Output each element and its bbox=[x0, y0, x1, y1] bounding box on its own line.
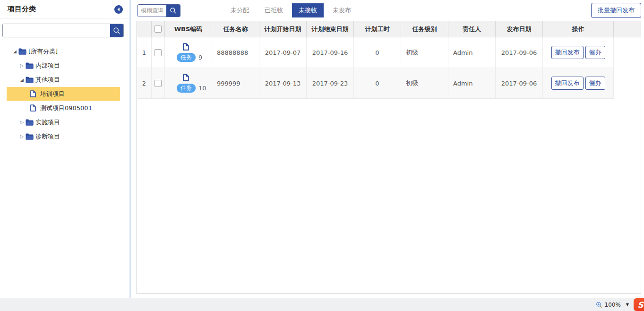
withdraw-publish-button[interactable]: 撤回发布 bbox=[551, 77, 584, 90]
row-checkbox[interactable] bbox=[155, 49, 162, 56]
folder-icon bbox=[18, 48, 27, 55]
task-badge: 任务 bbox=[177, 84, 196, 93]
task-grid: WBS编码 任务名称 计划开始日期 计划结束日期 计划工时 任务级别 责任人 发… bbox=[137, 21, 641, 294]
search-icon bbox=[170, 7, 177, 14]
toolbar: 未分配 已拒收 未接收 未发布 批量撤回发布 bbox=[131, 0, 644, 21]
tab-unassigned[interactable]: 未分配 bbox=[224, 3, 256, 17]
file-icon bbox=[30, 104, 39, 112]
tree-item-label: 培训项目 bbox=[40, 90, 65, 98]
search-icon bbox=[113, 27, 120, 35]
task-badge: 任务 bbox=[177, 53, 196, 62]
header-owner: 责任人 bbox=[448, 21, 496, 37]
folder-icon bbox=[26, 133, 34, 140]
header-actions: 操作 bbox=[543, 21, 614, 37]
tree-item-label: 测试项目0905001 bbox=[40, 104, 92, 112]
header-plan-start-date: 计划开始日期 bbox=[259, 21, 307, 37]
folder-icon bbox=[26, 77, 34, 83]
owner-cell: Admin bbox=[448, 68, 496, 98]
magnifier-plus-icon bbox=[596, 302, 602, 308]
grid-header-row: WBS编码 任务名称 计划开始日期 计划结束日期 计划工时 任务级别 责任人 发… bbox=[137, 21, 641, 37]
task-name-cell: 999999 bbox=[212, 68, 259, 98]
tree-item-implementation-projects[interactable]: ▷ 实施项目 bbox=[7, 115, 120, 129]
folder-icon bbox=[26, 62, 34, 69]
plan-start-cell: 2017-09-07 bbox=[259, 37, 307, 68]
fuzzy-search-button[interactable] bbox=[166, 5, 180, 17]
urge-button[interactable]: 催办 bbox=[585, 46, 605, 59]
tab-rejected[interactable]: 已拒收 bbox=[258, 3, 290, 17]
row-checkbox[interactable] bbox=[155, 80, 162, 87]
tree-item-test-project[interactable]: 测试项目0905001 bbox=[7, 101, 120, 115]
withdraw-publish-button[interactable]: 撤回发布 bbox=[551, 46, 584, 59]
header-checkbox-cell bbox=[152, 21, 165, 37]
sidebar-search-button[interactable] bbox=[110, 24, 123, 37]
chevron-left-icon bbox=[117, 8, 120, 11]
owner-cell: Admin bbox=[448, 37, 496, 68]
wbs-number: 10 bbox=[198, 85, 206, 92]
wbs-code-cell: 任务 9 bbox=[165, 37, 212, 68]
tree-collapsed-arrow-icon[interactable]: ▷ bbox=[18, 134, 26, 139]
table-row: 1 任务 9 88888888 2017 bbox=[137, 37, 614, 68]
plan-start-cell: 2017-09-13 bbox=[259, 68, 307, 98]
chevron-down-icon[interactable]: ▼ bbox=[626, 302, 629, 307]
sidebar-collapse-button[interactable] bbox=[114, 5, 123, 14]
header-filler bbox=[614, 21, 641, 37]
batch-withdraw-publish-button[interactable]: 批量撤回发布 bbox=[591, 3, 641, 18]
fuzzy-search-input[interactable] bbox=[138, 5, 166, 17]
tree-collapsed-arrow-icon[interactable]: ▷ bbox=[18, 63, 26, 68]
tree-item-label: 诊断项目 bbox=[35, 132, 60, 141]
header-wbs-code: WBS编码 bbox=[165, 21, 212, 37]
task-name-cell: 88888888 bbox=[212, 37, 259, 68]
file-icon bbox=[183, 43, 189, 52]
actions-cell: 撤回发布 催办 bbox=[543, 37, 614, 68]
header-index bbox=[137, 21, 152, 37]
tree-item-other-projects[interactable]: ◢ 其他项目 bbox=[7, 73, 120, 86]
row-checkbox-cell bbox=[152, 68, 165, 98]
wbs-number: 9 bbox=[198, 54, 202, 61]
zoom-level-label: 100% bbox=[605, 302, 621, 308]
fuzzy-search-group bbox=[137, 4, 180, 17]
sogou-input-tray-icon[interactable]: S bbox=[634, 298, 644, 311]
file-icon bbox=[183, 74, 189, 83]
category-sidebar: 项目分类 ◢ [所有分类] ▷ bbox=[0, 0, 131, 298]
tree-item-label: 实施项目 bbox=[35, 118, 60, 127]
header-task-level: 任务级别 bbox=[401, 21, 448, 37]
tree-item-all-categories[interactable]: ◢ [所有分类] bbox=[7, 44, 120, 58]
main-panel: 未分配 已拒收 未接收 未发布 批量撤回发布 WBS编码 任务名称 计划开始日期… bbox=[131, 0, 644, 298]
tree-item-label: [所有分类] bbox=[28, 47, 58, 56]
select-all-checkbox[interactable] bbox=[155, 26, 162, 33]
actions-cell: 撤回发布 催办 bbox=[543, 68, 614, 98]
tree-expanded-arrow-icon[interactable]: ◢ bbox=[18, 78, 26, 82]
tree-item-internal-projects[interactable]: ▷ 内部项目 bbox=[7, 59, 120, 72]
tree-item-label: 其他项目 bbox=[35, 76, 60, 84]
browser-status-bar: 100% ▼ S bbox=[0, 298, 644, 311]
urge-button[interactable]: 催办 bbox=[585, 77, 605, 90]
sidebar-header: 项目分类 bbox=[0, 0, 129, 18]
folder-icon bbox=[26, 119, 34, 126]
tree-item-diagnosis-projects[interactable]: ▷ 诊断项目 bbox=[7, 130, 120, 143]
tab-unpublished[interactable]: 未发布 bbox=[326, 3, 358, 17]
publish-date-cell: 2017-09-06 bbox=[496, 37, 543, 68]
header-plan-hours: 计划工时 bbox=[354, 21, 401, 37]
tree-expanded-arrow-icon[interactable]: ◢ bbox=[11, 49, 18, 54]
sidebar-search-group bbox=[2, 24, 124, 37]
category-tree: ◢ [所有分类] ▷ 内部项目 ◢ 其他项目 bbox=[0, 40, 129, 143]
zoom-control[interactable]: 100% ▼ bbox=[596, 298, 629, 311]
file-icon bbox=[30, 90, 39, 97]
plan-hours-cell: 0 bbox=[354, 37, 401, 68]
sidebar-search-input[interactable] bbox=[3, 24, 110, 37]
tab-not-received[interactable]: 未接收 bbox=[292, 3, 324, 17]
header-publish-date: 发布日期 bbox=[496, 21, 543, 37]
header-plan-end-date: 计划结束日期 bbox=[307, 21, 354, 37]
tree-item-label: 内部项目 bbox=[35, 61, 60, 70]
tree-collapsed-arrow-icon[interactable]: ▷ bbox=[18, 120, 26, 125]
task-level-cell: 初级 bbox=[401, 68, 448, 98]
publish-date-cell: 2017-09-06 bbox=[496, 68, 543, 98]
app-window: 项目分类 ◢ [所有分类] ▷ bbox=[0, 0, 644, 298]
tree-item-training-project-selected[interactable]: 培训项目 bbox=[7, 87, 120, 101]
task-level-cell: 初级 bbox=[401, 37, 448, 68]
status-tabs: 未分配 已拒收 未接收 未发布 bbox=[224, 3, 360, 17]
table-row: 2 任务 10 999999 2017- bbox=[137, 68, 614, 99]
wbs-code-cell: 任务 10 bbox=[165, 68, 212, 98]
row-index: 1 bbox=[137, 37, 152, 68]
plan-hours-cell: 0 bbox=[354, 68, 401, 98]
